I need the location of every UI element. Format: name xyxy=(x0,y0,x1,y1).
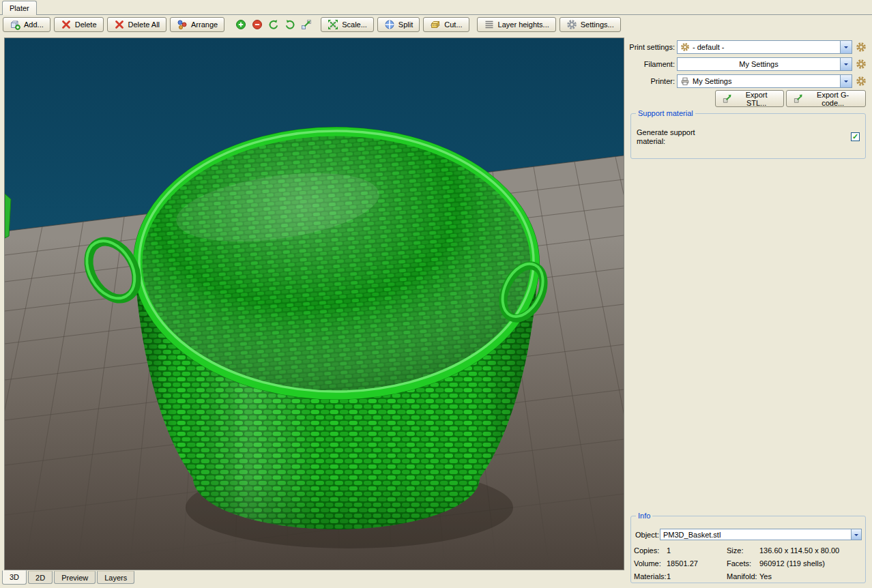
delete-all-button[interactable]: Delete All xyxy=(107,17,166,32)
manifold-label: Manifold: xyxy=(727,572,757,580)
export-gcode-button[interactable]: Export G-code... xyxy=(786,90,866,107)
export-gcode-icon xyxy=(793,93,803,104)
volume-label: Volume: xyxy=(634,559,661,568)
tab-3d[interactable]: 3D xyxy=(2,570,27,585)
rotate-cw-icon xyxy=(285,19,295,30)
filament-gear-button[interactable] xyxy=(856,59,867,70)
arrange-icon xyxy=(177,19,188,30)
layer-heights-icon xyxy=(484,19,495,30)
object-combo[interactable]: PM3D_Basket.stl xyxy=(660,529,862,540)
cut-button[interactable]: Cut... xyxy=(423,17,469,32)
support-material-group: Support material Generate support materi… xyxy=(630,113,866,159)
printer-label: Printer: xyxy=(651,77,675,85)
toolbar: Add... Delete Delete All Arrange Scale..… xyxy=(3,16,624,33)
increase-copies-button[interactable] xyxy=(233,17,248,32)
arrange-button[interactable]: Arrange xyxy=(170,17,224,32)
cut-box-icon xyxy=(430,19,441,30)
split-button[interactable]: Split xyxy=(377,17,420,32)
change-scale-icon xyxy=(301,19,312,30)
print-settings-value: - default - xyxy=(693,43,837,51)
filament-combo[interactable]: My Settings xyxy=(677,57,852,71)
delete-all-button-label: Delete All xyxy=(128,20,160,29)
cut-button-label: Cut... xyxy=(444,20,462,29)
export-stl-label: Export STL... xyxy=(736,91,777,107)
arrange-button-label: Arrange xyxy=(191,20,218,29)
print-settings-gear-button[interactable] xyxy=(856,42,867,53)
3d-viewport[interactable] xyxy=(4,38,624,570)
settings-panel: Print settings: - default - Filament: My… xyxy=(628,38,868,587)
settings-button[interactable]: Settings... xyxy=(559,17,621,32)
facets-label: Facets: xyxy=(727,559,751,568)
info-group: Info Object: PM3D_Basket.stl Copies: 1 S… xyxy=(630,516,866,583)
gear-icon xyxy=(680,42,690,52)
print-settings-combo[interactable]: - default - xyxy=(677,40,852,54)
rotate-cw-button[interactable] xyxy=(282,17,297,32)
tab-preview[interactable]: Preview xyxy=(54,571,96,584)
copies-value: 1 xyxy=(667,546,671,555)
rotate-ccw-button[interactable] xyxy=(266,17,281,32)
manifold-value: Yes xyxy=(759,572,772,580)
dropdown-arrow-icon[interactable] xyxy=(840,41,852,53)
layer-heights-button[interactable]: Layer heights... xyxy=(477,17,556,32)
plus-circle-icon xyxy=(235,19,246,30)
size-label: Size: xyxy=(727,546,743,555)
scale-button-label: Scale... xyxy=(342,20,367,29)
split-button-label: Split xyxy=(398,20,413,29)
export-gcode-label: Export G-code... xyxy=(806,91,859,107)
scale-button[interactable]: Scale... xyxy=(321,17,374,32)
info-title: Info xyxy=(636,512,652,520)
generate-support-label: Generate support material: xyxy=(637,128,715,146)
copies-label: Copies: xyxy=(634,546,659,555)
split-icon xyxy=(384,19,395,30)
gear-icon xyxy=(566,19,577,30)
dropdown-arrow-icon[interactable] xyxy=(840,58,852,70)
export-stl-button[interactable]: Export STL... xyxy=(715,90,784,107)
delete-button[interactable]: Delete xyxy=(54,17,104,32)
3d-scene xyxy=(5,38,624,570)
printer-gear-button[interactable] xyxy=(856,76,867,87)
filament-label: Filament: xyxy=(644,60,675,68)
decrease-copies-button[interactable] xyxy=(250,17,265,32)
object-value: PM3D_Basket.stl xyxy=(663,531,848,539)
delete-button-label: Delete xyxy=(75,20,97,29)
delete-icon xyxy=(61,19,72,30)
view-mode-tabs: 3D 2D Preview Layers xyxy=(2,571,134,586)
printer-icon xyxy=(680,76,690,86)
layer-heights-button-label: Layer heights... xyxy=(498,20,549,29)
generate-support-checkbox[interactable]: ✓ xyxy=(851,132,860,141)
size-value: 136.60 x 114.50 x 80.00 xyxy=(759,546,839,555)
object-label: Object: xyxy=(635,531,659,539)
checkmark-icon: ✓ xyxy=(852,133,858,141)
dropdown-arrow-icon[interactable] xyxy=(851,529,861,540)
support-material-title: Support material xyxy=(636,109,695,117)
facets-value: 960912 (119 shells) xyxy=(759,559,825,568)
materials-value: 1 xyxy=(667,572,671,580)
add-button[interactable]: Add... xyxy=(3,17,50,32)
printer-value: My Settings xyxy=(693,77,837,85)
print-settings-label: Print settings: xyxy=(629,43,675,51)
settings-button-label: Settings... xyxy=(581,20,614,29)
add-button-label: Add... xyxy=(24,20,44,29)
printer-combo[interactable]: My Settings xyxy=(677,74,852,88)
minus-circle-icon xyxy=(252,19,263,30)
tab-plater[interactable]: Plater xyxy=(2,1,37,15)
dropdown-arrow-icon[interactable] xyxy=(840,75,852,87)
tab-2d[interactable]: 2D xyxy=(28,571,53,584)
add-object-icon xyxy=(10,19,20,30)
materials-label: Materials: xyxy=(634,572,667,580)
export-stl-icon xyxy=(722,93,732,104)
scale-arrows-icon xyxy=(328,19,338,30)
tab-plater-label: Plater xyxy=(10,4,29,12)
filament-value: My Settings xyxy=(680,60,837,68)
delete-all-icon xyxy=(114,19,125,30)
tab-divider xyxy=(0,14,872,15)
tab-layers[interactable]: Layers xyxy=(97,571,134,584)
volume-value: 18501.27 xyxy=(667,559,698,568)
change-scale-button[interactable] xyxy=(299,17,314,32)
rotate-ccw-icon xyxy=(268,19,279,30)
